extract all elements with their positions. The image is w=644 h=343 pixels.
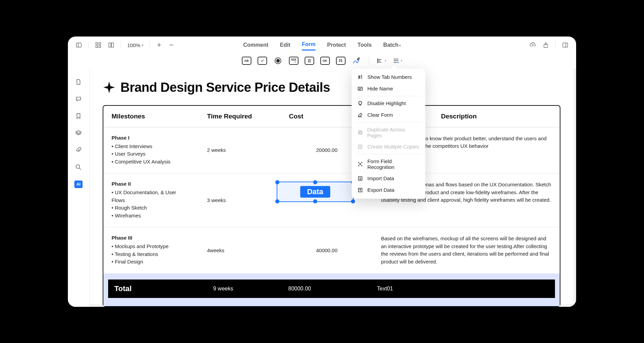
sparkle-icon xyxy=(103,81,116,94)
main-row: AI Brand Design Service Price Details Mi… xyxy=(68,69,576,307)
right-panel-toggle-icon[interactable] xyxy=(562,42,569,48)
menu-export-data[interactable]: Export Data xyxy=(352,184,425,196)
svg-point-12 xyxy=(276,59,279,62)
share-icon[interactable] xyxy=(542,42,549,48)
separator xyxy=(369,56,369,65)
svg-rect-0 xyxy=(76,43,81,47)
zoom-in-button[interactable]: + xyxy=(156,41,162,49)
menu-comment[interactable]: Comment xyxy=(243,41,268,49)
separator xyxy=(356,154,421,154)
menu-clear-form[interactable]: Clear Form xyxy=(352,109,425,121)
top-toolbar: 100% ▾ + − Comment Edit Form Protect Too… xyxy=(68,37,576,54)
svg-rect-13 xyxy=(291,59,295,60)
svg-rect-26 xyxy=(358,87,362,90)
total-row-wrap: Total 9 weeks 80000.00 Text01 xyxy=(103,273,560,306)
import-icon xyxy=(357,175,363,182)
menu-import-data[interactable]: Import Data xyxy=(352,173,425,184)
search-icon[interactable] xyxy=(75,163,82,171)
separator xyxy=(88,41,89,49)
menu-protect[interactable]: Protect xyxy=(327,41,346,49)
separator xyxy=(356,122,421,123)
resize-handle[interactable] xyxy=(351,199,355,203)
document-canvas[interactable]: Brand Design Service Price Details Miles… xyxy=(89,69,576,307)
name-icon xyxy=(357,86,363,92)
comment-icon[interactable] xyxy=(75,95,82,103)
separator xyxy=(555,41,556,49)
sidebar-toggle-icon[interactable] xyxy=(75,42,82,48)
zoom-value: 100% xyxy=(127,42,140,48)
cloud-upload-icon[interactable] xyxy=(529,42,536,48)
svg-rect-9 xyxy=(563,43,568,47)
dropdown-tool[interactable] xyxy=(289,57,298,65)
menu-create-multiple-copies: Create Multiple Copies xyxy=(352,141,425,153)
milestones-cell: Phase II UX Documentation, & User Flows … xyxy=(103,173,199,227)
selected-form-field[interactable]: Data xyxy=(277,182,354,202)
menu-show-tab-numbers[interactable]: Show Tab Numbers xyxy=(352,71,425,83)
thumbnails-grid-icon[interactable] xyxy=(95,42,102,48)
signature-tool[interactable] xyxy=(352,57,361,65)
resize-handle[interactable] xyxy=(313,180,317,184)
checkbox-tool[interactable] xyxy=(258,57,267,65)
resize-handle[interactable] xyxy=(275,180,279,184)
milestones-cell: Phase III Mockups and Prototype Testing … xyxy=(103,227,199,273)
attachment-icon[interactable] xyxy=(75,146,82,154)
svg-rect-3 xyxy=(99,43,101,44)
highlight-icon xyxy=(357,100,363,106)
svg-rect-4 xyxy=(96,46,98,47)
total-time: 9 weeks xyxy=(207,281,282,297)
toolbar-right xyxy=(529,41,569,49)
menu-batch[interactable]: Batch▾ xyxy=(383,41,401,49)
align-tool[interactable]: ▾ xyxy=(377,57,386,64)
menu-duplicate-across-pages: Duplicate Across Pages xyxy=(352,124,425,141)
recognize-icon xyxy=(357,161,363,167)
time-cell: 3 weeks xyxy=(199,173,281,227)
chevron-down-icon: ▾ xyxy=(399,44,401,47)
two-page-icon[interactable] xyxy=(108,42,115,48)
total-desc: Text01 xyxy=(371,281,555,297)
form-toolbar: AB OK 31 ▾ ▾ xyxy=(68,54,576,69)
duplicate-icon xyxy=(357,129,363,135)
table-row: Phase II UX Documentation, & User Flows … xyxy=(103,173,560,227)
field-label: Data xyxy=(300,186,330,198)
separator xyxy=(149,41,150,49)
svg-rect-5 xyxy=(99,46,101,47)
layers-icon[interactable] xyxy=(75,129,82,137)
svg-rect-7 xyxy=(112,43,114,47)
page-icon[interactable] xyxy=(75,78,82,86)
app-window: 100% ▾ + − Comment Edit Form Protect Too… xyxy=(68,37,576,307)
zoom-out-button[interactable]: − xyxy=(168,41,174,49)
date-field-tool[interactable]: 31 xyxy=(336,57,346,65)
menu-form-field-recognition[interactable]: Form Field Recognition xyxy=(352,156,425,173)
menu-edit[interactable]: Edit xyxy=(280,41,290,49)
form-options-tool[interactable]: ▾ xyxy=(393,57,402,64)
menu-tools[interactable]: Tools xyxy=(357,41,371,49)
menu-hide-name[interactable]: Hide Name xyxy=(352,83,425,95)
page: Brand Design Service Price Details Miles… xyxy=(90,69,573,304)
ai-button[interactable]: AI xyxy=(74,181,83,188)
button-tool[interactable]: OK xyxy=(320,57,330,65)
chevron-down-icon: ▾ xyxy=(401,59,402,62)
main-menu: Comment Edit Form Protect Tools Batch▾ xyxy=(243,40,401,51)
title-row: Brand Design Service Price Details xyxy=(103,80,560,95)
menu-form[interactable]: Form xyxy=(302,40,316,51)
listbox-tool[interactable] xyxy=(305,57,314,65)
col-time: Time Required xyxy=(199,106,281,127)
numbers-icon xyxy=(357,74,363,80)
resize-handle[interactable] xyxy=(275,199,279,203)
time-cell: 4weeks xyxy=(199,227,281,273)
zoom-selector[interactable]: 100% ▾ xyxy=(127,42,143,48)
export-icon xyxy=(357,187,363,193)
copies-icon xyxy=(357,144,363,150)
desc-cell: Based on the wireframes, mockup of all t… xyxy=(373,227,560,273)
resize-handle[interactable] xyxy=(313,199,317,203)
document-title: Brand Design Service Price Details xyxy=(120,80,330,95)
radio-tool[interactable] xyxy=(273,57,283,65)
chevron-down-icon: ▾ xyxy=(385,59,386,62)
menu-disable-highlight[interactable]: Disable Highlight xyxy=(352,98,425,109)
bookmark-icon[interactable] xyxy=(75,112,82,120)
svg-rect-6 xyxy=(109,43,111,47)
text-field-tool[interactable]: AB xyxy=(242,57,251,65)
svg-rect-30 xyxy=(358,130,361,133)
total-label: Total xyxy=(108,280,207,298)
erase-icon xyxy=(357,112,363,118)
